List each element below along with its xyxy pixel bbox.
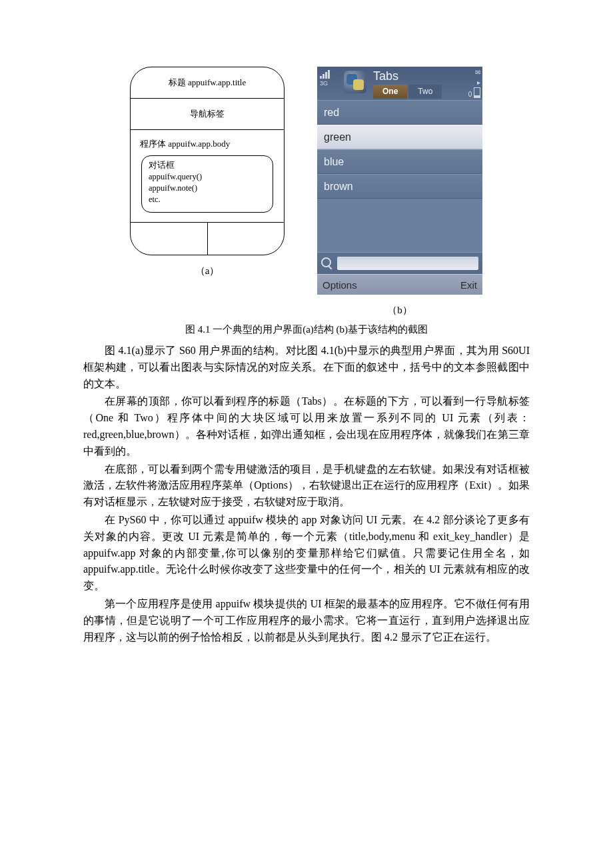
list-item[interactable]: blue [317, 149, 482, 174]
battery-icon [474, 87, 480, 98]
figure-b: 3G Tabs One Two ✉ ▸ 0 [317, 67, 482, 317]
paragraph: 第一个应用程序是使用 appuifw 模块提供的 UI 框架的最基本的应用程序。… [83, 596, 530, 645]
figure-b-label: （b） [387, 304, 412, 317]
search-icon [321, 257, 333, 269]
diagram-left-softkey [131, 223, 208, 255]
paragraph: 图 4.1(a)显示了 S60 用户界面的结构。对比图 4.1(b)中显示的典型… [83, 343, 530, 392]
tab-two[interactable]: Two [408, 85, 442, 99]
s60-body-spacer [317, 199, 482, 252]
list-item[interactable]: red [317, 100, 482, 125]
battery-label: 0 [468, 91, 472, 98]
paragraph: 在 PyS60 中，你可以通过 appuifw 模块的 app 对象访问 UI … [83, 512, 530, 595]
search-bar [317, 252, 482, 274]
page: 标题 appuifw.app.title 导航标签 程序体 appuifw.ap… [0, 0, 613, 673]
diagram-body-label: 程序体 appuifw.app.body [140, 138, 277, 150]
python-logo-icon [344, 71, 366, 93]
s60-list: red green blue brown [317, 100, 482, 199]
diagram-body-row: 程序体 appuifw.app.body 对话框 appuifw.query()… [131, 130, 284, 223]
status-indicators: ✉ ▸ 0 [464, 67, 482, 98]
right-softkey[interactable]: Exit [460, 279, 477, 291]
s60-titlebar: 3G Tabs One Two ✉ ▸ 0 [317, 67, 482, 100]
tabs-row: One Two [373, 85, 463, 99]
dialog-line: appuifw.query() [149, 171, 266, 183]
search-input[interactable] [337, 257, 478, 270]
arrow-icon: ▸ [464, 79, 480, 86]
title-area: Tabs One Two [369, 67, 464, 99]
list-item[interactable]: green [317, 125, 482, 149]
diagram-title-row: 标题 appuifw.app.title [131, 67, 284, 99]
diagram-softkeys [131, 223, 284, 255]
signal-indicator: 3G [317, 67, 344, 88]
dialog-line: appuifw.note() [149, 183, 266, 194]
list-item[interactable]: brown [317, 174, 482, 199]
dialog-line: etc. [149, 194, 266, 205]
paragraph: 在底部，可以看到两个需专用键激活的项目，是手机键盘的左右软键。如果没有对话框被激… [83, 461, 530, 511]
figure-a-label: （a） [195, 265, 220, 277]
s60-softkeys: Options Exit [317, 274, 482, 295]
signal-label: 3G [320, 80, 342, 87]
figure-caption: 图 4.1 一个典型的用户界面(a)结构 (b)基于该结构的截图 [83, 323, 530, 336]
left-softkey[interactable]: Options [322, 279, 357, 291]
envelope-icon: ✉ [464, 69, 480, 76]
paragraph: 在屏幕的顶部，你可以看到程序的标题（Tabs）。在标题的下方，可以看到一行导航标… [83, 393, 530, 459]
dialog-line: 对话框 [149, 160, 266, 171]
s60-screen: 3G Tabs One Two ✉ ▸ 0 [317, 67, 482, 295]
figure-row: 标题 appuifw.app.title 导航标签 程序体 appuifw.ap… [83, 67, 530, 317]
tab-one[interactable]: One [373, 85, 407, 99]
phone-diagram: 标题 appuifw.app.title 导航标签 程序体 appuifw.ap… [130, 67, 285, 255]
diagram-right-softkey [208, 223, 285, 255]
diagram-nav-row: 导航标签 [131, 99, 284, 130]
app-title: Tabs [373, 69, 463, 83]
diagram-dialog-box: 对话框 appuifw.query() appuifw.note() etc. [141, 155, 273, 213]
figure-a: 标题 appuifw.app.title 导航标签 程序体 appuifw.ap… [131, 67, 284, 317]
signal-bars-icon [320, 69, 342, 79]
